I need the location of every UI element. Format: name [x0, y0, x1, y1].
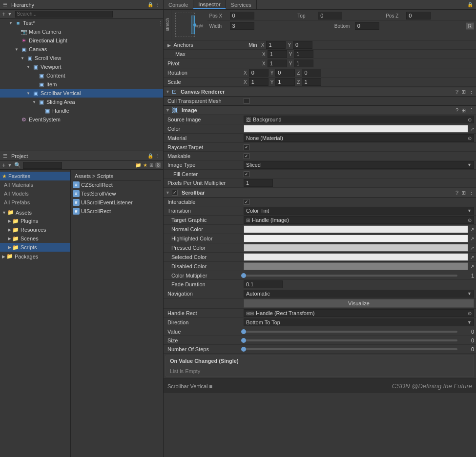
highlighted-color-swatch[interactable] — [244, 235, 468, 242]
disabled-color-swatch[interactable] — [244, 262, 468, 270]
tree-item-scroll-view[interactable]: ▼ ▣ Scroll View — [0, 54, 163, 62]
normal-color-swatch[interactable] — [244, 225, 468, 233]
raycast-target-checkbox[interactable] — [244, 144, 249, 150]
canvas-renderer-more[interactable]: ⋮ — [469, 89, 474, 95]
script-testscrollview[interactable]: # TestScrollView — [73, 189, 161, 198]
rt-r-btn[interactable]: R — [466, 22, 474, 30]
rt-posz-input[interactable] — [406, 12, 431, 20]
scrollbar-settings[interactable]: ⊞ — [461, 190, 466, 196]
pixels-per-unit-input[interactable] — [244, 179, 273, 187]
image-color-swatch[interactable] — [244, 125, 468, 133]
scrollbar-help[interactable]: ? — [455, 190, 458, 196]
target-graphic-field[interactable]: ⊞ Handle (Image) ⊙ — [244, 216, 474, 224]
rt-width-input[interactable] — [230, 22, 254, 30]
toolbar-plus-icon[interactable]: + — [2, 161, 6, 169]
scale-y-input[interactable] — [275, 78, 295, 86]
script-uiscrolleventlistener[interactable]: # UIScrollEventListener — [73, 198, 161, 207]
script-czscrollrect[interactable]: # CZScrollRect — [73, 180, 161, 189]
visualize-button[interactable]: Visualize — [244, 299, 474, 308]
size-slider[interactable] — [244, 339, 457, 341]
star-icon-btn[interactable]: ★ — [143, 162, 147, 168]
scrollbar-enabled-checkbox[interactable] — [172, 190, 178, 196]
canvas-renderer-help[interactable]: ? — [455, 89, 458, 95]
disabled-color-picker[interactable]: ↗ — [470, 264, 474, 269]
project-more-icon[interactable]: ⋮ — [155, 153, 160, 159]
assets-folder[interactable]: ▼ 📁 Assets — [0, 208, 70, 217]
hierarchy-search-input[interactable] — [15, 11, 113, 18]
search-icon[interactable]: 🔍 — [14, 162, 21, 168]
tree-item-main-camera[interactable]: 📷 Main Camera — [0, 27, 163, 36]
min-y-input[interactable] — [293, 41, 312, 49]
number-of-steps-slider[interactable] — [244, 348, 457, 350]
packages-folder[interactable]: ▶ 📁 Packages — [0, 252, 70, 260]
test-more-icon[interactable]: ⋮ — [158, 20, 163, 26]
scrollbar-more[interactable]: ⋮ — [469, 190, 474, 196]
resources-folder[interactable]: ▶ 📁 Resources — [0, 225, 70, 234]
navigation-dropdown[interactable]: Automatic ▼ — [244, 290, 474, 298]
handle-rect-picker[interactable]: ⊙ — [468, 311, 472, 316]
handle-rect-field[interactable]: ⊞⊞ Handle (Rect Transform) ⊙ — [244, 309, 474, 317]
maskable-checkbox[interactable] — [244, 153, 249, 159]
normal-color-picker[interactable]: ↗ — [470, 227, 474, 232]
fade-duration-input[interactable] — [244, 280, 283, 288]
image-type-dropdown[interactable]: Sliced ▼ — [244, 161, 474, 169]
value-slider[interactable] — [244, 331, 457, 333]
toolbar-arrow-icon[interactable]: ▼ — [8, 163, 12, 168]
highlighted-color-picker[interactable]: ↗ — [470, 236, 474, 241]
favorites-folder[interactable]: ★ Favorites — [0, 172, 70, 180]
tree-item-directional-light[interactable]: ☀ Directional Light — [0, 36, 163, 45]
all-materials-item[interactable]: All Materials — [0, 180, 70, 189]
canvas-renderer-header[interactable]: ▼ ⊡ Canvas Renderer ? ⊞ ⋮ — [164, 87, 476, 97]
tab-console[interactable]: Console — [164, 0, 193, 9]
rt-bottom-input[interactable] — [355, 22, 379, 30]
rt-top-input[interactable] — [318, 12, 342, 20]
selected-color-picker[interactable]: ↗ — [470, 255, 474, 260]
target-graphic-picker[interactable]: ⊙ — [468, 218, 472, 223]
tab-services[interactable]: Services — [226, 0, 257, 9]
image-help[interactable]: ? — [455, 107, 458, 114]
pressed-color-picker[interactable]: ↗ — [470, 245, 474, 251]
project-search-input[interactable] — [23, 162, 62, 169]
pivot-y-input[interactable] — [294, 60, 313, 67]
all-models-item[interactable]: All Models — [0, 189, 70, 198]
scenes-folder[interactable]: ▶ 📁 Scenes — [0, 234, 70, 243]
tree-item-eventsystem[interactable]: ⚙ EventSystem — [0, 115, 163, 124]
direction-dropdown[interactable]: Bottom To Top ▼ — [244, 318, 474, 326]
material-field[interactable]: None (Material) ⊙ — [244, 134, 474, 142]
arrow-down-icon[interactable]: ▼ — [8, 12, 12, 17]
rot-y-input[interactable] — [275, 69, 295, 77]
hierarchy-more-icon[interactable]: ⋮ — [155, 2, 160, 7]
scripts-folder[interactable]: ▶ 📁 Scripts — [0, 243, 70, 252]
color-multiplier-slider[interactable] — [244, 275, 457, 277]
selected-color-swatch[interactable] — [244, 253, 468, 261]
source-image-picker[interactable]: ⊙ — [468, 117, 472, 122]
scrollbar-header[interactable]: ▼ Scrollbar ? ⊞ ⋮ — [164, 188, 476, 198]
fill-center-checkbox[interactable] — [244, 171, 249, 177]
max-y-input[interactable] — [294, 50, 313, 58]
image-settings[interactable]: ⊞ — [461, 107, 466, 114]
rot-x-input[interactable] — [249, 69, 269, 77]
folder-icon-btn[interactable]: 📁 — [135, 162, 141, 168]
tree-item-sliding-area[interactable]: ▼ ▣ Sliding Area — [0, 98, 163, 106]
all-prefabs-item[interactable]: All Prefabs — [0, 198, 70, 207]
material-picker[interactable]: ⊙ — [468, 136, 472, 141]
plugins-folder[interactable]: ▶ 📁 Plugins — [0, 217, 70, 225]
scale-z-input[interactable] — [302, 78, 321, 86]
hierarchy-lock-icon[interactable]: 🔒 — [147, 2, 153, 7]
transition-dropdown[interactable]: Color Tint ▼ — [244, 207, 474, 215]
tree-item-item[interactable]: ▣ Item — [0, 80, 163, 89]
tree-item-test[interactable]: ▼ ■ Test* ⋮ — [0, 19, 163, 27]
interactable-checkbox[interactable] — [244, 199, 249, 205]
tree-item-scrollbar-vertical[interactable]: ▼ ▣ Scrollbar Vertical — [0, 89, 163, 98]
max-x-input[interactable] — [268, 50, 287, 58]
plus-icon[interactable]: + — [2, 10, 6, 18]
scale-x-input[interactable] — [249, 78, 269, 86]
tree-item-handle[interactable]: ▣ Handle — [0, 106, 163, 115]
script-uiscrollrect[interactable]: # UIScrollRect — [73, 207, 161, 216]
pressed-color-swatch[interactable] — [244, 244, 468, 252]
image-header[interactable]: ▼ 🖼 Image ? ⊞ ⋮ — [164, 105, 476, 115]
rot-z-input[interactable] — [302, 69, 321, 77]
project-lock-icon[interactable]: 🔒 — [147, 153, 153, 159]
tree-item-viewport[interactable]: ▼ ▣ Viewport — [0, 62, 163, 71]
canvas-renderer-settings[interactable]: ⊞ — [461, 89, 466, 95]
